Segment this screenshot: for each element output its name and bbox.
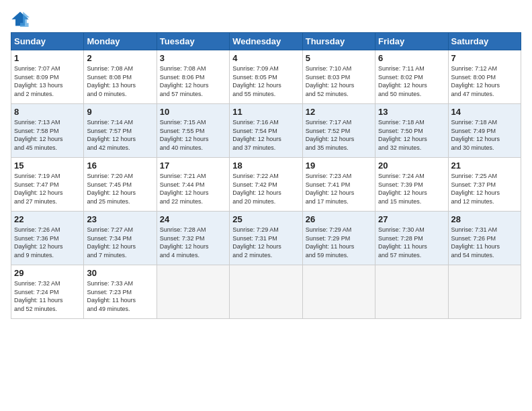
day-info-line: Sunset: 7:47 PM [14,181,81,189]
calendar-cell: 19Sunrise: 7:23 AMSunset: 7:41 PMDayligh… [302,158,375,212]
day-info-line: and 2 minutes. [232,251,299,260]
day-info-line: Sunrise: 7:09 AM [232,64,299,73]
day-info: Sunrise: 7:25 AMSunset: 7:37 PMDaylight:… [451,172,518,205]
day-info-line: Sunset: 7:37 PM [451,181,518,189]
day-info-line: Sunrise: 7:31 AM [451,226,518,234]
day-info: Sunrise: 7:22 AMSunset: 7:42 PMDaylight:… [232,172,299,205]
calendar-cell: 8Sunrise: 7:13 AMSunset: 7:58 PMDaylight… [11,104,84,158]
day-info-line: Sunset: 7:24 PM [14,288,81,297]
weekday-friday: Friday [375,33,448,50]
weekday-tuesday: Tuesday [157,33,229,50]
day-info-line: Sunset: 7:32 PM [160,234,226,243]
day-number: 22 [14,214,81,224]
day-info-line: and 2 minutes. [14,90,81,99]
day-info-line: and 25 minutes. [87,197,153,206]
day-info: Sunrise: 7:10 AMSunset: 8:03 PMDaylight:… [306,64,372,98]
calendar-week-1: 1Sunrise: 7:07 AMSunset: 8:09 PMDaylight… [11,50,521,104]
day-number: 9 [87,107,153,117]
day-info-line: Daylight: 12 hours [87,135,153,144]
day-info: Sunrise: 7:21 AMSunset: 7:44 PMDaylight:… [160,172,226,205]
day-number: 3 [160,53,226,63]
day-info-line: and 42 minutes. [87,144,153,152]
day-number: 30 [87,268,153,278]
day-info-line: Daylight: 12 hours [306,189,372,197]
day-info-line: Daylight: 12 hours [306,81,372,90]
calendar-week-4: 22Sunrise: 7:26 AMSunset: 7:36 PMDayligh… [11,212,521,265]
day-info-line: Sunset: 7:44 PM [160,181,226,189]
day-info-line: Daylight: 12 hours [160,135,226,144]
calendar-cell: 21Sunrise: 7:25 AMSunset: 7:37 PMDayligh… [448,158,521,212]
day-info-line: Daylight: 12 hours [232,81,299,90]
day-info-line: and 52 minutes. [14,305,81,314]
day-info-line: Daylight: 12 hours [378,135,445,144]
day-info-line: Daylight: 11 hours [451,242,518,251]
day-info: Sunrise: 7:19 AMSunset: 7:47 PMDaylight:… [14,172,81,205]
day-info-line: Sunset: 7:23 PM [87,288,153,297]
day-info-line: and 59 minutes. [306,251,372,260]
day-info-line: and 54 minutes. [451,251,518,260]
day-info-line: Daylight: 12 hours [306,135,372,144]
day-info-line: Sunset: 7:52 PM [306,127,372,136]
day-number: 24 [160,214,226,224]
day-info: Sunrise: 7:33 AMSunset: 7:23 PMDaylight:… [87,279,153,313]
day-info-line: Sunrise: 7:11 AM [378,64,445,73]
day-number: 29 [14,268,81,278]
calendar-cell: 15Sunrise: 7:19 AMSunset: 7:47 PMDayligh… [11,158,84,212]
calendar-cell: 11Sunrise: 7:16 AMSunset: 7:54 PMDayligh… [230,104,302,158]
day-number: 27 [378,214,445,224]
day-info-line: Sunset: 8:06 PM [160,73,226,82]
day-info-line: Daylight: 12 hours [451,135,518,144]
day-info-line: Sunrise: 7:33 AM [87,279,153,288]
day-info-line: and 57 minutes. [160,90,226,99]
day-number: 21 [451,161,518,171]
weekday-monday: Monday [84,33,157,50]
day-info-line: Sunrise: 7:17 AM [306,118,372,127]
calendar-cell: 14Sunrise: 7:18 AMSunset: 7:49 PMDayligh… [448,104,521,158]
day-info-line: Sunset: 7:55 PM [160,127,226,136]
day-number: 16 [87,161,153,171]
day-info-line: and 57 minutes. [378,251,445,260]
day-number: 5 [306,53,372,63]
day-info-line: Daylight: 11 hours [87,296,153,305]
day-info-line: and 12 minutes. [451,197,518,206]
day-info-line: Daylight: 12 hours [232,135,299,144]
day-info: Sunrise: 7:27 AMSunset: 7:34 PMDaylight:… [87,226,153,259]
day-info-line: Daylight: 12 hours [87,189,153,197]
weekday-wednesday: Wednesday [230,33,302,50]
day-info-line: and 55 minutes. [232,90,299,99]
day-info-line: Daylight: 12 hours [14,242,81,251]
day-info-line: Sunset: 7:54 PM [232,127,299,136]
day-info-line: Sunrise: 7:18 AM [378,118,445,127]
day-number: 7 [451,53,518,63]
day-number: 19 [306,161,372,171]
day-info-line: Sunrise: 7:27 AM [87,226,153,234]
day-info-line: Sunset: 7:49 PM [451,127,518,136]
day-info-line: Sunset: 7:42 PM [232,181,299,189]
day-info-line: Sunrise: 7:16 AM [232,118,299,127]
day-info-line: Sunrise: 7:30 AM [378,226,445,234]
day-info: Sunrise: 7:09 AMSunset: 8:05 PMDaylight:… [232,64,299,98]
day-info: Sunrise: 7:26 AMSunset: 7:36 PMDaylight:… [14,226,81,259]
day-number: 13 [378,107,445,117]
logo [11,11,32,27]
day-info-line: Sunrise: 7:19 AM [14,172,81,181]
day-info-line: Sunset: 7:58 PM [14,127,81,136]
calendar-week-2: 8Sunrise: 7:13 AMSunset: 7:58 PMDaylight… [11,104,521,158]
calendar-cell: 2Sunrise: 7:08 AMSunset: 8:08 PMDaylight… [84,50,157,104]
day-number: 20 [378,161,445,171]
calendar-cell: 24Sunrise: 7:28 AMSunset: 7:32 PMDayligh… [157,212,229,265]
day-info: Sunrise: 7:15 AMSunset: 7:55 PMDaylight:… [160,118,226,152]
day-number: 6 [378,53,445,63]
calendar-cell: 18Sunrise: 7:22 AMSunset: 7:42 PMDayligh… [230,158,302,212]
calendar-cell: 1Sunrise: 7:07 AMSunset: 8:09 PMDaylight… [11,50,84,104]
weekday-saturday: Saturday [448,33,521,50]
day-info: Sunrise: 7:07 AMSunset: 8:09 PMDaylight:… [14,64,81,98]
day-info-line: Sunrise: 7:20 AM [87,172,153,181]
day-info-line: and 37 minutes. [232,144,299,152]
day-info-line: Sunrise: 7:07 AM [14,64,81,73]
calendar-cell: 29Sunrise: 7:32 AMSunset: 7:24 PMDayligh… [11,265,84,319]
day-info-line: Sunrise: 7:13 AM [14,118,81,127]
day-info-line: Sunrise: 7:26 AM [14,226,81,234]
day-info-line: and 52 minutes. [306,90,372,99]
day-number: 25 [232,214,299,224]
